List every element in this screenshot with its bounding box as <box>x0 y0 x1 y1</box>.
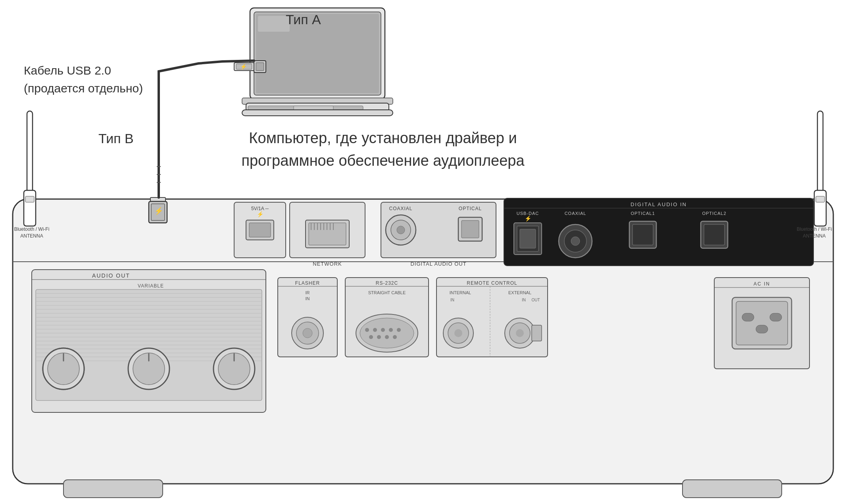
svg-point-54 <box>43 348 84 389</box>
svg-rect-70 <box>306 220 349 248</box>
svg-point-120 <box>356 314 418 352</box>
svg-rect-17 <box>256 63 264 71</box>
svg-rect-13 <box>234 63 256 71</box>
svg-text:IN: IN <box>522 298 526 302</box>
svg-rect-71 <box>309 223 346 245</box>
computer-description: Компьютер, где установлен драйвер и прог… <box>194 127 571 172</box>
svg-point-56 <box>48 353 79 385</box>
svg-point-143 <box>505 318 535 348</box>
svg-rect-12 <box>242 110 393 116</box>
svg-rect-156 <box>683 480 782 498</box>
svg-point-84 <box>386 215 416 245</box>
svg-text:EXTERNAL: EXTERNAL <box>508 290 531 295</box>
svg-rect-108 <box>278 278 337 357</box>
svg-point-129 <box>385 335 389 339</box>
svg-rect-116 <box>345 278 429 357</box>
svg-rect-147 <box>714 278 809 369</box>
svg-rect-19 <box>149 201 167 223</box>
svg-point-128 <box>377 335 381 339</box>
svg-point-101 <box>571 237 580 245</box>
svg-text:OUT: OUT <box>531 298 540 302</box>
tip-a-label: Тип А <box>286 12 321 27</box>
svg-rect-106 <box>701 221 728 248</box>
svg-point-61 <box>213 348 255 389</box>
svg-text:USB-DAC: USB-DAC <box>517 211 539 216</box>
svg-rect-131 <box>436 278 548 357</box>
svg-rect-5 <box>258 16 290 32</box>
svg-text:IN: IN <box>306 296 310 301</box>
svg-rect-6 <box>242 98 393 104</box>
svg-rect-96 <box>517 226 538 251</box>
svg-rect-153 <box>770 313 782 321</box>
svg-point-121 <box>360 318 414 348</box>
svg-point-85 <box>391 220 411 240</box>
svg-point-123 <box>373 328 377 332</box>
svg-rect-67 <box>246 220 274 240</box>
svg-rect-90 <box>504 198 813 266</box>
svg-point-100 <box>564 230 586 252</box>
svg-text:STRAIGHT CABLE: STRAIGHT CABLE <box>368 290 406 295</box>
svg-text:⚡: ⚡ <box>240 63 247 70</box>
svg-point-113 <box>292 317 323 349</box>
svg-text:INTERNAL: INTERNAL <box>450 290 471 295</box>
svg-text:⚡: ⚡ <box>154 207 163 215</box>
svg-text:5V/1A ─: 5V/1A ─ <box>251 206 269 211</box>
bluetooth-antenna-label-right: Bluetooth / Wi-FiANTENNA <box>786 226 842 240</box>
svg-rect-26 <box>24 190 36 226</box>
svg-point-59 <box>133 353 165 385</box>
svg-rect-97 <box>520 229 536 248</box>
svg-point-99 <box>559 224 592 258</box>
svg-rect-18 <box>150 197 165 202</box>
svg-rect-20 <box>151 204 165 220</box>
svg-text:⚡: ⚡ <box>525 215 532 222</box>
bluetooth-antenna-label-left: Bluetooth / Wi-FiBluetooth / Wi-Fi ANTEN… <box>8 226 56 240</box>
svg-point-125 <box>389 328 393 332</box>
svg-text:OPTICAL: OPTICAL <box>459 206 482 211</box>
svg-point-126 <box>397 328 401 332</box>
svg-rect-154 <box>756 325 768 333</box>
svg-text:NETWORK: NETWORK <box>313 261 342 267</box>
svg-rect-7 <box>246 103 389 111</box>
svg-text:AC IN: AC IN <box>754 281 770 287</box>
svg-rect-27 <box>25 196 34 202</box>
svg-point-142 <box>454 329 462 337</box>
tip-b-label: Тип В <box>98 131 134 146</box>
svg-point-145 <box>516 329 524 337</box>
svg-point-140 <box>443 318 473 348</box>
svg-point-86 <box>397 226 405 234</box>
svg-text:DIGITAL AUDIO IN: DIGITAL AUDIO IN <box>631 201 687 207</box>
svg-rect-8 <box>248 106 363 111</box>
svg-rect-150 <box>732 297 792 349</box>
svg-rect-35 <box>36 289 262 401</box>
svg-rect-16 <box>254 61 266 73</box>
svg-rect-146 <box>532 325 542 341</box>
svg-point-114 <box>296 322 319 344</box>
svg-point-115 <box>303 328 312 338</box>
svg-text:AUDIO OUT: AUDIO OUT <box>92 272 130 279</box>
svg-text:FLASHER: FLASHER <box>295 280 320 286</box>
svg-rect-64 <box>234 202 286 258</box>
svg-rect-81 <box>381 202 496 258</box>
svg-rect-11 <box>294 106 333 111</box>
svg-text:RS-232C: RS-232C <box>376 280 398 286</box>
svg-rect-107 <box>704 224 725 245</box>
svg-text:COAXIAL: COAXIAL <box>389 206 412 211</box>
svg-rect-95 <box>514 223 542 255</box>
svg-rect-87 <box>458 217 482 241</box>
svg-rect-151 <box>736 301 788 345</box>
svg-rect-29 <box>814 190 826 226</box>
svg-rect-0 <box>13 199 833 484</box>
svg-text:VARIABLE: VARIABLE <box>138 283 164 289</box>
svg-text:⚡: ⚡ <box>257 211 264 218</box>
svg-text:IR: IR <box>306 290 310 295</box>
svg-rect-155 <box>63 480 163 498</box>
svg-text:REMOTE CONTROL: REMOTE CONTROL <box>467 280 517 286</box>
svg-rect-104 <box>633 224 653 245</box>
svg-rect-88 <box>461 220 479 238</box>
svg-rect-68 <box>249 223 271 237</box>
svg-point-141 <box>448 323 469 343</box>
svg-point-58 <box>128 348 169 389</box>
svg-point-130 <box>393 335 397 339</box>
svg-point-124 <box>381 328 385 332</box>
svg-rect-103 <box>629 221 656 248</box>
